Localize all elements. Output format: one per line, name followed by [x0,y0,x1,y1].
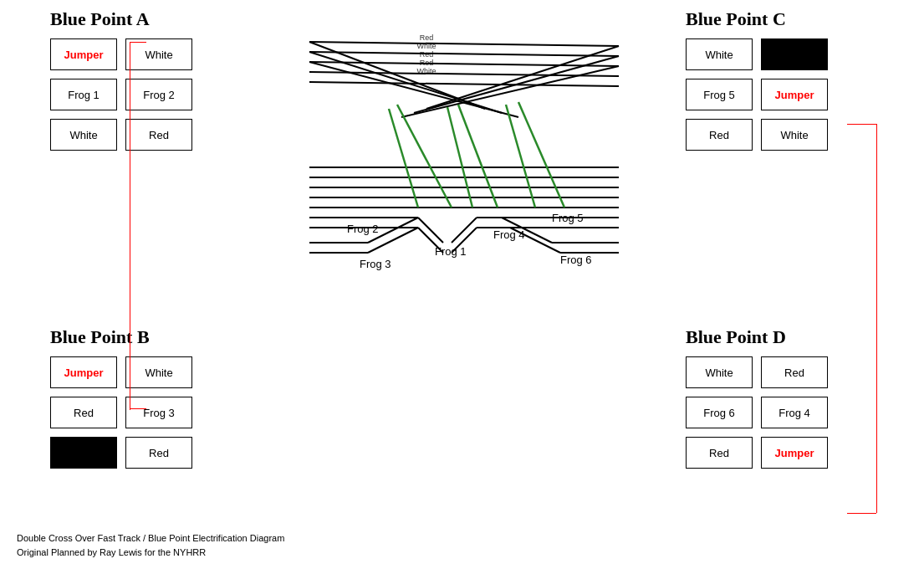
svg-line-9 [309,82,619,86]
caption-line1: Double Cross Over Fast Track / Blue Poin… [17,531,284,546]
svg-line-6 [309,52,619,56]
svg-line-36 [418,228,443,253]
box-c-white2: White [761,119,828,151]
svg-line-21 [389,109,418,208]
svg-line-39 [452,218,477,243]
box-c-frog5: Frog 5 [686,79,753,110]
box-c-jumper: Jumper [761,79,828,110]
connector-right-bottom [847,513,876,514]
connector-right [876,124,877,513]
box-b-red1: Red [50,397,117,428]
svg-text:Frog 4: Frog 4 [493,228,525,241]
box-c-black [761,38,828,70]
blue-point-a-title: Blue Point A [50,8,192,30]
svg-line-25 [506,105,535,208]
box-b-frog3: Frog 3 [125,397,192,428]
svg-text:Red: Red [420,33,434,42]
blue-point-d-title: Blue Point D [686,326,828,348]
blue-point-c: Blue Point C White Frog 5 Jumper Red Whi… [686,8,828,151]
box-b-jumper: Jumper [50,356,117,388]
svg-text:Frog 3: Frog 3 [360,258,391,270]
box-d-frog6: Frog 6 [686,397,753,428]
connector-left [130,42,130,410]
box-a-frog2: Frog 2 [125,79,192,110]
svg-line-26 [518,102,564,208]
svg-line-23 [447,107,472,208]
box-a-jumper: Jumper [50,38,117,70]
crossover-diagram: Red White Red Red White Frog 2 Frog 3 Fr… [247,0,673,326]
blue-point-d: Blue Point D White Red Frog 6 Frog 4 Red… [686,326,828,469]
blue-point-a-grid: Jumper White Frog 1 Frog 2 White Red [50,38,192,151]
connector-left-bottom [130,408,146,409]
box-d-red1: Red [761,356,828,388]
blue-point-c-title: Blue Point C [686,8,828,30]
box-a-frog1: Frog 1 [50,79,117,110]
box-d-jumper: Jumper [761,437,828,469]
box-a-white1: White [125,38,192,70]
svg-line-24 [458,105,498,208]
svg-line-35 [418,218,443,243]
box-b-red2: Red [125,437,192,469]
blue-point-b-grid: Jumper White Red Frog 3 Red [50,356,192,469]
connector-left-top [130,42,146,43]
box-b-black [50,437,117,469]
blue-point-c-grid: White Frog 5 Jumper Red White [686,38,828,151]
box-a-red: Red [125,119,192,151]
svg-line-5 [309,42,619,46]
svg-line-22 [397,105,452,208]
blue-point-d-grid: White Red Frog 6 Frog 4 Red Jumper [686,356,828,469]
blue-point-b-title: Blue Point B [50,326,192,348]
box-c-white1: White [686,38,753,70]
blue-point-a: Blue Point A Jumper White Frog 1 Frog 2 … [50,8,192,151]
svg-text:Frog 6: Frog 6 [560,254,592,266]
box-d-red2: Red [686,437,753,469]
caption: Double Cross Over Fast Track / Blue Poin… [17,531,284,559]
svg-text:Frog 1: Frog 1 [435,245,467,258]
box-b-white: White [125,356,192,388]
svg-text:Frog 2: Frog 2 [347,223,379,235]
blue-point-b: Blue Point B Jumper White Red Frog 3 Red [50,326,192,469]
caption-line2: Original Planned by Ray Lewis for the NY… [17,546,284,560]
svg-text:Red: Red [420,50,434,59]
svg-line-7 [309,62,619,66]
box-d-frog4: Frog 4 [761,397,828,428]
box-a-white2: White [50,119,117,151]
box-c-red: Red [686,119,753,151]
box-d-white: White [686,356,753,388]
connector-right-top [847,124,876,125]
